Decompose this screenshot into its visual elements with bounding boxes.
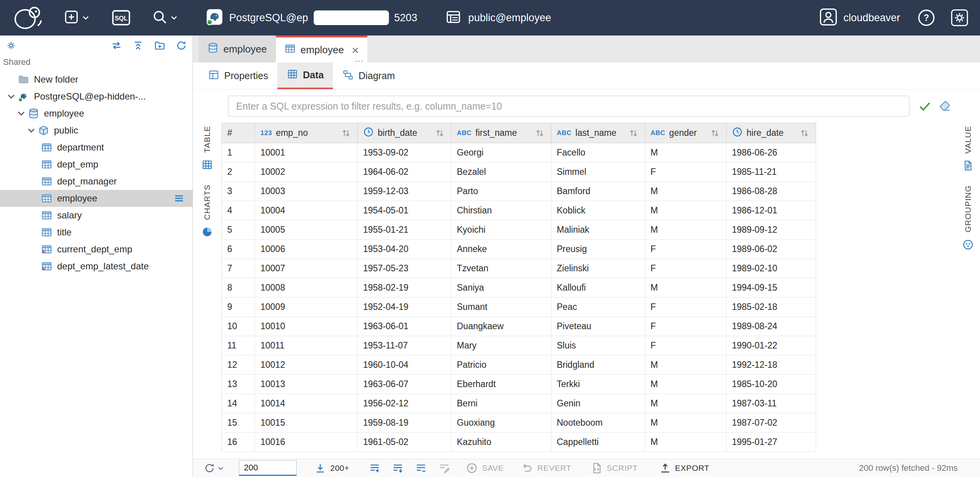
grid-cell[interactable]: 1956-02-12 [358,394,451,413]
grid-cell[interactable]: M [645,278,727,297]
column-header-rownum[interactable]: # [222,123,255,143]
row-number-cell[interactable]: 1 [222,143,255,162]
grid-cell[interactable]: 10015 [255,413,358,432]
sidebar-item-table-dept-manager[interactable]: dept_manager [0,173,193,190]
sidebar-item-new-folder[interactable]: New folder [0,71,193,88]
grid-cell[interactable]: 1952-04-19 [358,298,451,316]
row-number-cell[interactable]: 15 [222,413,255,432]
grid-cell[interactable]: Piveteau [551,317,645,336]
grid-cell[interactable]: 1995-01-27 [727,433,816,452]
sidebar-item-table-department[interactable]: department [0,139,193,156]
column-header-last-name[interactable]: ABC last_name [551,123,645,143]
sync-connections-button[interactable] [111,40,122,51]
sidebar-item-table-dept-emp[interactable]: dept_emp [0,156,193,173]
grid-cell[interactable]: Mary [451,336,551,355]
grid-cell[interactable]: 1963-06-01 [358,317,451,336]
grid-cell[interactable]: Parto [451,182,551,201]
reload-data-button[interactable] [203,462,223,474]
grid-cell[interactable]: M [645,375,727,394]
grid-cell[interactable]: 1992-12-18 [727,355,816,374]
grid-cell[interactable]: 1990-01-22 [727,336,816,355]
grid-cell[interactable]: 1959-12-03 [358,182,451,201]
row-number-cell[interactable]: 7 [222,259,255,278]
grid-cell[interactable]: 1989-02-10 [727,259,816,278]
sidebar-item-database-employee[interactable]: employee [0,105,193,122]
grid-cell[interactable]: 1963-06-07 [358,375,451,394]
refresh-tree-button[interactable] [176,40,187,51]
grid-cell[interactable]: F [645,298,727,316]
grid-cell[interactable]: 1958-02-19 [358,278,451,297]
tab-table-employee[interactable]: employee × ... [276,36,367,63]
grid-cell[interactable]: F [645,240,727,259]
grid-cell[interactable]: 1985-02-18 [727,298,816,316]
tab-properties[interactable]: Properties [199,63,277,89]
search-button[interactable] [152,9,177,27]
sort-icon[interactable] [628,127,639,139]
export-button[interactable]: EXPORT [659,462,710,474]
navigator-settings-button[interactable] [5,40,17,51]
column-header-gender[interactable]: ABC gender [645,123,727,143]
grid-cell[interactable]: F [645,162,727,181]
grid-cell[interactable]: 1961-05-02 [358,433,451,452]
grid-cell[interactable]: 10008 [255,278,358,297]
column-header-first-name[interactable]: ABC first_name [451,123,551,143]
connection-selector[interactable]: PostgreSQL@ep 5203 [206,8,417,27]
fetch-next-page-button[interactable]: 200+ [314,462,349,474]
grid-cell[interactable]: 10016 [255,433,358,452]
grid-cell[interactable]: 1953-11-07 [358,336,451,355]
grid-cell[interactable]: 1986-12-01 [727,201,816,220]
grid-cell[interactable]: M [645,143,727,162]
grid-cell[interactable]: 1987-03-11 [727,394,816,413]
tab-presentation-charts[interactable]: CHARTS [203,184,212,220]
clear-filter-eraser-icon[interactable] [938,99,952,113]
sql-filter-input[interactable] [228,96,909,117]
row-number-cell[interactable]: 9 [222,298,255,316]
grid-cell[interactable]: Terkki [551,375,645,394]
row-number-cell[interactable]: 3 [222,182,255,201]
grid-cell[interactable]: Bamford [551,182,645,201]
grid-cell[interactable]: Kazuhito [451,433,551,452]
grid-cell[interactable]: Guoxiang [451,413,551,432]
grid-cell[interactable]: Genin [551,394,645,413]
grid-cell[interactable]: F [645,317,727,336]
grid-cell[interactable]: 1986-06-26 [727,143,816,162]
grid-cell[interactable]: 10009 [255,298,358,316]
grid-cell[interactable]: 1985-11-21 [727,162,816,181]
grid-cell[interactable]: 1989-08-24 [727,317,816,336]
grid-cell[interactable]: Bridgland [551,355,645,374]
row-number-cell[interactable]: 12 [222,355,255,374]
grid-cell[interactable]: Sumant [451,298,551,316]
grid-cell[interactable]: 1994-09-15 [727,278,816,297]
sidebar-item-view-dept-emp-latest-date[interactable]: dept_emp_latest_date [0,258,193,275]
sidebar-item-table-salary[interactable]: salary [0,207,193,224]
apply-filter-check-icon[interactable] [918,99,932,113]
tab-database-employee[interactable]: employee [199,36,276,63]
grid-cell[interactable]: 1953-09-02 [358,143,451,162]
grid-cell[interactable]: Peac [551,298,645,316]
grid-cell[interactable]: 10007 [255,259,358,278]
grid-cell[interactable]: 10003 [255,182,358,201]
edit-cell-button[interactable] [438,462,450,474]
fetch-size-input[interactable] [239,460,297,476]
grid-cell[interactable]: 1985-10-20 [727,375,816,394]
new-object-button[interactable] [63,9,89,27]
row-number-cell[interactable]: 13 [222,375,255,394]
grid-cell[interactable]: 1987-07-02 [727,413,816,432]
grid-cell[interactable]: 10002 [255,162,358,181]
grid-cell[interactable]: 1986-08-28 [727,182,816,201]
grid-cell[interactable]: 10006 [255,240,358,259]
grid-cell[interactable]: Berni [451,394,551,413]
grid-cell[interactable]: 10012 [255,355,358,374]
grid-cell[interactable]: 10013 [255,375,358,394]
tab-diagram[interactable]: Diagram [333,63,404,89]
tab-panel-grouping[interactable]: GROUPING [963,185,973,232]
grid-cell[interactable]: M [645,433,727,452]
duplicate-row-button[interactable] [392,462,404,474]
grid-cell[interactable]: Facello [551,143,645,162]
row-number-cell[interactable]: 10 [222,317,255,336]
grid-cell[interactable]: Tzvetan [451,259,551,278]
sort-icon[interactable] [709,127,721,139]
grid-cell[interactable]: M [645,220,727,239]
grid-cell[interactable]: Georgi [451,143,551,162]
grid-cell[interactable]: 10001 [255,143,358,162]
